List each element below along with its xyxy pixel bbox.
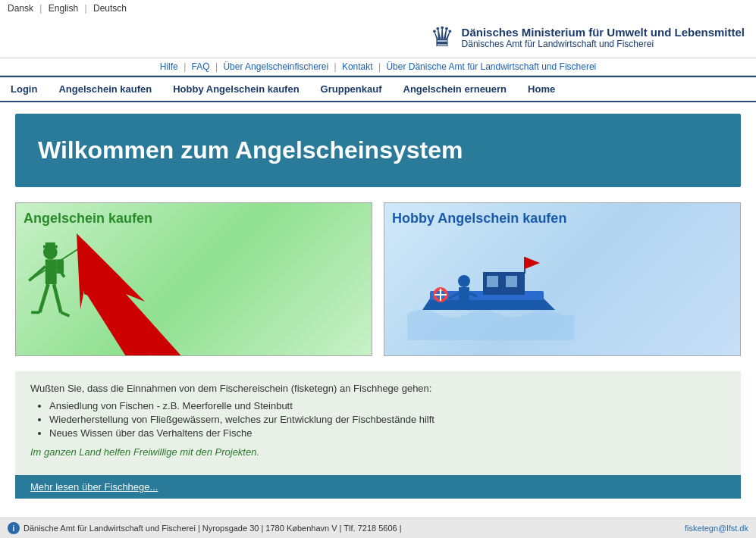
fisher-figure-icon (24, 242, 84, 348)
info-icon: i (8, 522, 20, 534)
list-item: Ansiedlung von Fischen - z.B. Meerforell… (49, 400, 726, 411)
cta-link[interactable]: Mehr lesen über Fischhege... (30, 481, 158, 493)
nav-hilfe[interactable]: Hilfe (160, 61, 178, 72)
svg-rect-16 (487, 276, 498, 287)
boat-figure-icon (407, 242, 574, 340)
secondary-nav: Hilfe | FAQ | Über Angelscheinfischerei … (0, 58, 756, 76)
lang-dansk[interactable]: Dansk (8, 3, 33, 14)
sep: | (334, 61, 338, 72)
svg-rect-21 (459, 287, 469, 301)
nav-kontakt[interactable]: Kontakt (342, 61, 373, 72)
sep: | (378, 61, 383, 72)
sep: | (184, 61, 188, 72)
svg-marker-19 (525, 257, 540, 269)
info-outro: Im ganzen Land helfen Freiwillige mit de… (30, 446, 726, 458)
nav-login[interactable]: Login (8, 82, 40, 96)
svg-rect-2 (45, 242, 55, 246)
header-text: Dänisches Ministerium für Umwelt und Leb… (462, 26, 745, 49)
nav-faq[interactable]: FAQ (192, 61, 210, 72)
info-box: Wußten Sie, dass die Einnahmen von dem F… (15, 371, 741, 475)
nav-ueber-angel[interactable]: Über Angelscheinfischerei (223, 61, 328, 72)
nav-angelschein-kaufen[interactable]: Angelschein kaufen (55, 82, 155, 96)
site-subtitle: Dänisches Amt für Landwirtschaft und Fis… (462, 39, 745, 49)
cards-row: Angelschein kaufen (15, 202, 741, 356)
nav-home[interactable]: Home (525, 82, 558, 96)
list-item: Neues Wissen über das Verhaltens der Fis… (49, 427, 726, 439)
lang-sep-1: | (39, 3, 44, 14)
crown-icon: ♛ (430, 21, 454, 53)
primary-nav: Login Angelschein kaufen Hobby Angelsche… (0, 76, 756, 102)
svg-point-20 (458, 275, 470, 287)
site-header: ♛ Dänisches Ministerium für Umwelt und L… (0, 17, 756, 58)
lang-english[interactable]: English (49, 3, 78, 14)
lang-deutsch[interactable]: Deutsch (93, 3, 127, 14)
svg-line-10 (54, 284, 61, 312)
card-hobby-title: Hobby Angelschein kaufen (392, 211, 732, 227)
header-logo: ♛ Dänisches Ministerium für Umwelt und L… (430, 21, 745, 53)
site-footer: i Dänische Amt für Landwirtschaft und Fi… (0, 518, 756, 538)
lang-sep-2: | (85, 3, 89, 14)
footer-text: Dänische Amt für Landwirtschaft und Fisc… (24, 524, 402, 533)
nav-hobby-kaufen[interactable]: Hobby Angelschein kaufen (170, 82, 302, 96)
footer-email[interactable]: fisketegn@lfst.dk (685, 524, 748, 533)
cta-bar: Mehr lesen über Fischhege... (15, 475, 741, 499)
svg-line-11 (61, 312, 69, 316)
main-content: Wilkommen zum Angelscheinsystem Angelsch… (0, 102, 756, 510)
nav-gruppenkauf[interactable]: Gruppenkauf (318, 82, 385, 96)
language-bar: Dansk | English | Deutsch (0, 0, 756, 17)
site-title: Dänisches Ministerium für Umwelt und Leb… (462, 26, 745, 39)
card-angelschein[interactable]: Angelschein kaufen (15, 202, 372, 356)
card-hobby[interactable]: Hobby Angelschein kaufen (384, 202, 741, 356)
list-item: Wiederherstellung von Fließgewässern, we… (49, 414, 726, 425)
svg-rect-3 (45, 259, 57, 284)
hero-title: Wilkommen zum Angelscheinsystem (38, 136, 718, 164)
info-intro: Wußten Sie, dass die Einnahmen von dem F… (30, 383, 726, 394)
sep: | (215, 61, 220, 72)
svg-rect-17 (506, 276, 517, 287)
hero-banner: Wilkommen zum Angelscheinsystem (15, 114, 741, 187)
info-list: Ansiedlung von Fischen - z.B. Meerforell… (49, 400, 726, 439)
card-angelschein-title: Angelschein kaufen (24, 211, 364, 227)
fisher-silhouette (24, 234, 364, 348)
nav-erneuern[interactable]: Angelschein erneuern (400, 82, 510, 96)
nav-ueber-amt[interactable]: Über Dänische Amt für Landwirtschaft und… (386, 61, 596, 72)
svg-line-8 (39, 284, 48, 312)
